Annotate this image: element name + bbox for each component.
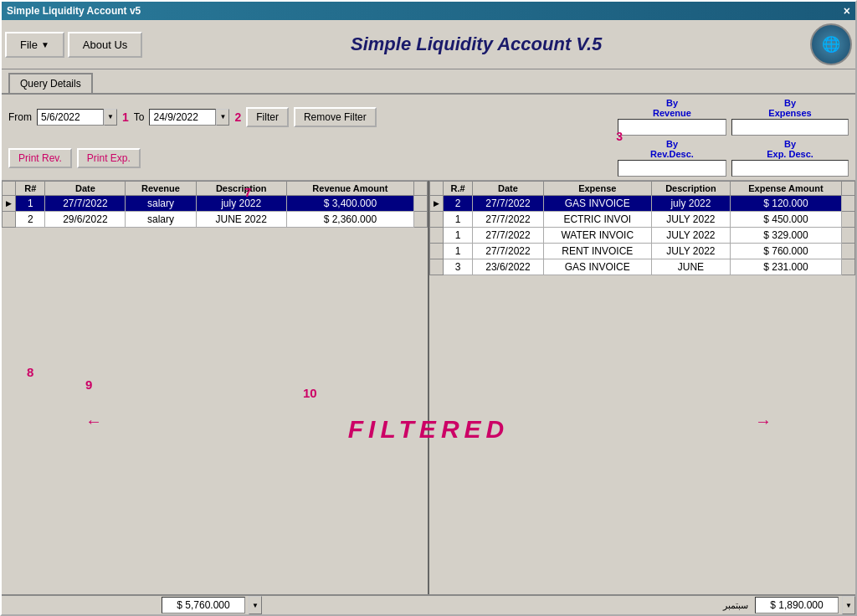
revenue-row-date: 27/7/2022 bbox=[45, 196, 126, 212]
expense-col-desc: Description bbox=[651, 182, 730, 196]
from-date-input[interactable] bbox=[37, 109, 104, 126]
expense-row-date: 27/7/2022 bbox=[473, 244, 543, 259]
revenue-col-amount: Revenue Amount bbox=[286, 182, 413, 196]
expense-col-amount: Expense Amount bbox=[730, 182, 841, 196]
expense-row-indicator bbox=[430, 244, 444, 259]
revenue-row-revenue: salary bbox=[126, 212, 196, 228]
print-exp-button[interactable]: Print Exp. bbox=[77, 148, 141, 168]
print-rev-button[interactable]: Print Rev. bbox=[8, 148, 72, 168]
expense-row-date: 23/6/2022 bbox=[473, 259, 543, 275]
expense-row-desc: JULY 2022 bbox=[651, 244, 730, 259]
app-title: Simple Liquidity Account V.5 bbox=[146, 33, 807, 55]
expense-row-amount: $ 760.000 bbox=[730, 244, 841, 259]
to-date-input[interactable] bbox=[149, 109, 216, 126]
revenue-row-amount: $ 3,400.000 bbox=[286, 196, 413, 212]
revenue-row-r: 2 bbox=[16, 212, 45, 228]
revenue-row-indicator bbox=[3, 212, 16, 228]
filter-button[interactable]: Filter bbox=[246, 107, 289, 127]
expense-total: $ 1,890.000 bbox=[755, 597, 839, 613]
annotation-1: 1 bbox=[122, 110, 129, 124]
expense-row-amount: $ 231.000 bbox=[730, 259, 841, 275]
annotation-2: 2 bbox=[234, 110, 241, 124]
by-exp-desc-input[interactable] bbox=[731, 160, 849, 177]
revenue-table: R# Date Revenue Description Revenue Amou… bbox=[2, 181, 428, 228]
expense-col-indicator bbox=[430, 182, 444, 196]
expense-row-desc: JULY 2022 bbox=[651, 212, 730, 228]
arabic-text: سبتمبر bbox=[723, 600, 748, 611]
expense-row-date: 27/7/2022 bbox=[473, 228, 543, 244]
close-button[interactable]: × bbox=[844, 4, 850, 18]
by-rev-desc-input[interactable] bbox=[618, 160, 726, 177]
expense-row-expense: ECTRIC INVOI bbox=[543, 212, 651, 228]
by-expenses-label: ByExpenses bbox=[768, 98, 811, 118]
expense-row-desc: JULY 2022 bbox=[651, 228, 730, 244]
remove-filter-button[interactable]: Remove Filter bbox=[294, 107, 377, 127]
revenue-col-revenue: Revenue bbox=[126, 182, 196, 196]
revenue-row-desc: july 2022 bbox=[196, 196, 286, 212]
expense-row-r: 1 bbox=[444, 212, 473, 228]
expense-row-date: 27/7/2022 bbox=[473, 196, 543, 212]
expense-row-amount: $ 450.000 bbox=[730, 212, 841, 228]
by-exp-desc-label: ByExp. Desc. bbox=[767, 139, 813, 159]
revenue-row-revenue: salary bbox=[126, 196, 196, 212]
expense-row-r: 2 bbox=[444, 196, 473, 212]
revenue-row-amount: $ 2,360.000 bbox=[286, 212, 413, 228]
by-rev-desc-label: ByRev.Desc. bbox=[650, 139, 694, 159]
expense-row-date: 27/7/2022 bbox=[473, 212, 543, 228]
revenue-row-r: 1 bbox=[16, 196, 45, 212]
revenue-scroll-header bbox=[414, 182, 428, 196]
about-menu[interactable]: About Us bbox=[68, 32, 142, 58]
main-area: R# Date Revenue Description Revenue Amou… bbox=[2, 181, 855, 614]
tabs-bar: Query Details bbox=[2, 69, 855, 95]
from-label: From bbox=[8, 111, 32, 123]
expense-row-amount: $ 329.000 bbox=[730, 228, 841, 244]
tab-query-details[interactable]: Query Details bbox=[8, 73, 93, 93]
expense-row-desc: JUNE bbox=[651, 259, 730, 275]
revenue-col-desc: Description bbox=[196, 182, 286, 196]
annotation-3: 3 bbox=[616, 130, 623, 143]
expense-row-r: 1 bbox=[444, 244, 473, 259]
window-title: Simple Liquidity Account v5 bbox=[7, 5, 141, 17]
revenue-total: $ 5,760.000 bbox=[162, 597, 245, 613]
to-date-spinner[interactable]: ▼ bbox=[216, 109, 229, 126]
title-bar: Simple Liquidity Account v5 × bbox=[2, 2, 855, 20]
from-date-spinner[interactable]: ▼ bbox=[104, 109, 117, 126]
by-revenue-label: ByRevenue bbox=[653, 98, 691, 118]
expense-row-indicator bbox=[430, 228, 444, 244]
revenue-row-desc: JUNE 2022 bbox=[196, 212, 286, 228]
expense-scroll-btn[interactable]: ▼ bbox=[842, 596, 855, 614]
revenue-col-r: R# bbox=[16, 182, 45, 196]
by-revenue-input[interactable] bbox=[618, 119, 726, 136]
expense-row-r: 1 bbox=[444, 228, 473, 244]
expense-row-desc: july 2022 bbox=[651, 196, 730, 212]
expense-row-indicator: ▶ bbox=[430, 196, 444, 212]
revenue-col-date: Date bbox=[45, 182, 126, 196]
expense-col-date: Date bbox=[473, 182, 543, 196]
revenue-scroll-btn[interactable]: ▼ bbox=[249, 596, 262, 614]
expense-table: R.# Date Expense Description Expense Amo… bbox=[429, 181, 855, 275]
expense-row-r: 3 bbox=[444, 259, 473, 275]
expense-row-indicator bbox=[430, 212, 444, 228]
expense-row-amount: $ 120.000 bbox=[730, 196, 841, 212]
to-date-group: ▼ bbox=[149, 109, 229, 126]
status-bar: $ 5,760.000 ▼ سبتمبر $ 1,890.000 ▼ bbox=[2, 594, 855, 614]
to-label: To bbox=[134, 111, 145, 123]
revenue-row-date: 29/6/2022 bbox=[45, 212, 126, 228]
expense-col-r: R.# bbox=[444, 182, 473, 196]
revenue-col-indicator bbox=[3, 182, 16, 196]
expense-row-expense: RENT INVOICE bbox=[543, 244, 651, 259]
expense-col-expense: Expense bbox=[543, 182, 651, 196]
expense-scroll-header bbox=[842, 182, 855, 196]
expense-row-expense: GAS INVOICE bbox=[543, 196, 651, 212]
expense-row-indicator bbox=[430, 259, 444, 275]
expense-row-expense: WATER INVOIC bbox=[543, 228, 651, 244]
file-menu[interactable]: File ▼ bbox=[5, 32, 64, 58]
from-date-group: ▼ bbox=[37, 109, 117, 126]
expense-row-expense: GAS INVOICE bbox=[543, 259, 651, 275]
app-logo: 🌐 bbox=[810, 23, 852, 65]
by-expenses-input[interactable] bbox=[731, 119, 849, 136]
revenue-row-indicator: ▶ bbox=[3, 196, 16, 212]
menubar: File ▼ About Us Simple Liquidity Account… bbox=[2, 20, 855, 69]
